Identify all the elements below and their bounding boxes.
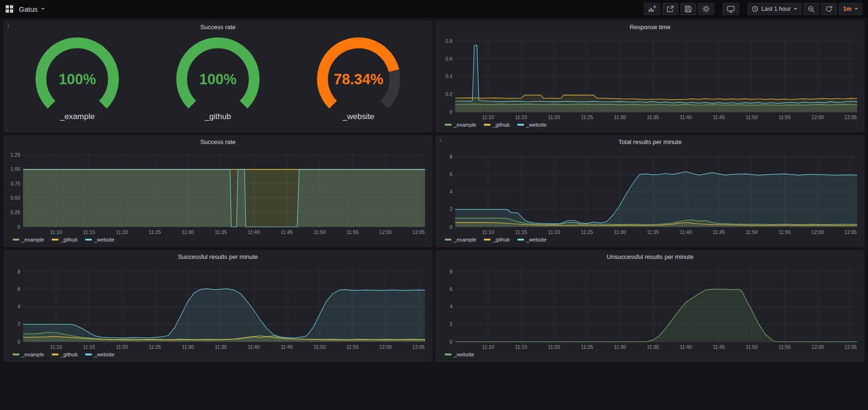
svg-text:11:40: 11:40 [248,344,260,350]
legend-item-_example[interactable]: _example [445,237,476,242]
svg-text:0.75: 0.75 [11,181,21,186]
svg-text:8: 8 [17,269,20,274]
panel-title[interactable]: Success rate [4,136,432,148]
svg-text:11:35: 11:35 [215,344,227,350]
save-dashboard-button[interactable] [680,3,696,15]
svg-text:4: 4 [450,189,452,194]
svg-text:11:45: 11:45 [281,229,293,235]
svg-text:1.25: 1.25 [11,152,21,158]
dashboard-title-picker[interactable]: Gatus [19,5,45,13]
svg-text:11:30: 11:30 [182,229,194,235]
svg-text:11:15: 11:15 [515,114,527,120]
panel-total-results: i Total results per minute 11:1011:1511:… [436,136,864,247]
share-dashboard-button[interactable] [662,3,678,15]
svg-text:11:50: 11:50 [313,344,326,350]
add-panel-button[interactable] [644,3,660,15]
gauge-label: _github [205,112,231,121]
svg-text:11:45: 11:45 [713,344,725,350]
refresh-icon [825,5,833,13]
svg-text:0.6: 0.6 [445,56,452,62]
gauge-github: 100% _github [154,37,281,121]
chart-canvas[interactable]: 11:1011:1511:2011:2511:3011:3511:4011:45… [439,148,861,236]
zoom-out-button[interactable] [804,3,819,15]
legend-item-_website[interactable]: _website [445,352,474,357]
svg-text:4: 4 [17,304,20,309]
svg-text:11:10: 11:10 [482,229,494,235]
svg-text:11:15: 11:15 [83,344,95,350]
chevron-down-icon [41,8,45,10]
svg-text:11:25: 11:25 [581,229,593,235]
chart-legend: _example_github_website [439,236,861,245]
legend-series-label: _website [526,237,547,242]
svg-text:11:30: 11:30 [614,344,626,350]
svg-text:11:45: 11:45 [713,229,725,235]
chart-legend: _website [439,351,861,360]
svg-text:11:20: 11:20 [116,229,128,235]
info-icon[interactable]: i [8,23,9,28]
chevron-down-icon [794,8,797,10]
legend-series-label: _website [454,352,474,357]
apps-grid-icon[interactable] [6,5,13,13]
svg-text:0: 0 [17,339,20,345]
svg-text:12:05: 12:05 [844,229,857,235]
gauge-label: _website [343,112,374,121]
svg-text:11:25: 11:25 [149,344,161,350]
panel-title[interactable]: Response time [436,21,864,33]
svg-text:12:05: 12:05 [844,114,857,120]
chart-canvas[interactable]: 11:1011:1511:2011:2511:3011:3511:4011:45… [7,148,429,236]
svg-text:0: 0 [450,339,452,345]
legend-series-color [445,239,451,241]
legend-item-_website[interactable]: _website [85,352,114,357]
legend-item-_website[interactable]: _website [517,122,547,128]
info-icon[interactable]: i [440,137,441,143]
svg-text:12:00: 12:00 [812,114,824,120]
svg-text:11:55: 11:55 [346,229,359,235]
svg-text:12:05: 12:05 [412,344,425,350]
svg-text:2: 2 [450,206,452,212]
gauge-value: 100% [14,71,141,88]
svg-text:2: 2 [17,321,20,327]
legend-item-_website[interactable]: _website [517,237,547,242]
panel-successful-results: Successful results per minute 11:1011:15… [4,250,432,362]
legend-item-_github[interactable]: _github [484,122,510,128]
panel-title[interactable]: Successful results per minute [4,251,432,263]
legend-item-_github[interactable]: _github [52,352,78,357]
svg-text:0.50: 0.50 [11,195,21,201]
cycle-view-button[interactable] [723,3,739,15]
chart-canvas[interactable]: 11:1011:1511:2011:2511:3011:3511:4011:45… [439,33,861,121]
panel-title[interactable]: Success rate [4,21,432,33]
panel-title[interactable]: Total results per minute [436,136,864,148]
svg-text:11:30: 11:30 [614,229,626,235]
chart-legend: _example_github_website [7,236,429,245]
svg-text:0.25: 0.25 [11,209,21,215]
legend-item-_example[interactable]: _example [445,122,476,128]
refresh-button[interactable] [821,3,837,15]
svg-text:6: 6 [17,286,20,292]
legend-item-_website[interactable]: _website [85,237,114,242]
legend-series-label: _github [61,237,78,242]
legend-series-color [85,354,92,355]
panel-title[interactable]: Unsuccessful results per minute [436,251,864,263]
svg-text:6: 6 [450,286,452,292]
chart-canvas[interactable]: 11:1011:1511:2011:2511:3011:3511:4011:45… [7,263,429,351]
refresh-interval-picker[interactable]: 1m [839,3,862,15]
dashboard-settings-button[interactable] [698,3,714,15]
svg-text:11:55: 11:55 [779,229,791,235]
gauge-label: _example [60,112,95,121]
svg-text:11:10: 11:10 [482,344,494,350]
svg-text:11:40: 11:40 [248,229,260,235]
svg-text:0: 0 [450,109,452,115]
legend-series-label: _website [94,237,114,242]
chart-canvas[interactable]: 11:1011:1511:2011:2511:3011:3511:4011:45… [439,263,861,351]
legend-item-_example[interactable]: _example [13,237,44,242]
legend-item-_example[interactable]: _example [13,352,44,357]
legend-series-color [13,239,19,241]
legend-item-_github[interactable]: _github [52,237,78,242]
svg-text:11:15: 11:15 [515,229,527,235]
time-range-picker[interactable]: Last 1 hour [747,3,802,15]
legend-item-_github[interactable]: _github [484,237,510,242]
svg-text:11:20: 11:20 [548,114,560,120]
legend-series-color [484,239,490,241]
time-range-label: Last 1 hour [761,6,791,12]
navbar: Gatus [0,0,868,18]
